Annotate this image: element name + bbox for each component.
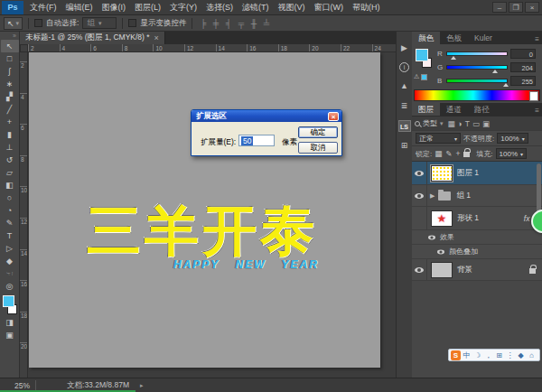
auto-select-dropdown[interactable]: 组 ▾ [82, 17, 117, 29]
tab-kuler[interactable]: Kuler [468, 32, 499, 44]
expand-amount-input[interactable]: 50 [238, 135, 275, 146]
screen-mode-icon[interactable]: ▣ [1, 329, 19, 341]
eyedropper-tool-icon[interactable]: ╱ [1, 103, 19, 116]
slider-value[interactable]: 0 [510, 49, 536, 59]
align-bottom-icon[interactable]: ╧ [261, 19, 271, 28]
opacity-dropdown[interactable]: 100% ▾ [497, 133, 528, 144]
path-selection-tool-icon[interactable]: ▷ [1, 242, 19, 255]
visibility-cell[interactable] [412, 259, 427, 280]
slider-thumb[interactable] [451, 56, 456, 60]
sogou-logo-icon[interactable]: S [451, 350, 461, 360]
layer-comps-panel-icon[interactable]: ≣ [398, 100, 411, 112]
align-middle-icon[interactable]: ╫ [248, 19, 258, 28]
fullwidth-mode-icon[interactable]: ☽ [472, 350, 482, 360]
auto-select-checkbox[interactable] [34, 19, 42, 27]
filter-adjustment-layers-icon[interactable]: ◑ [458, 119, 463, 128]
menu-item[interactable]: 文件(F) [25, 0, 61, 14]
eye-icon[interactable] [437, 249, 444, 254]
cancel-button[interactable]: 取消 [298, 142, 338, 154]
more-options-icon[interactable]: ⋮ [505, 350, 515, 360]
layer-row-shape1[interactable]: ★ 形状 1 fx ▴ [412, 207, 542, 230]
filter-shape-layers-icon[interactable]: ▭ [472, 119, 480, 128]
crop-tool-icon[interactable]: ▞ [1, 90, 19, 103]
quick-mask-icon[interactable]: ◨ [1, 316, 19, 329]
foreground-color-swatch[interactable] [3, 295, 14, 307]
panel-menu-icon[interactable]: ≡ [535, 107, 542, 116]
slider-track[interactable] [446, 51, 508, 56]
healing-brush-tool-icon[interactable]: + [1, 116, 19, 128]
visibility-cell[interactable] [412, 162, 427, 184]
align-center-icon[interactable]: ╪ [210, 19, 220, 28]
panel-menu-icon[interactable]: ≡ [535, 35, 542, 44]
close-button[interactable]: × [525, 2, 539, 13]
fill-dropdown[interactable]: 100% ▾ [496, 148, 527, 159]
current-tool-chip[interactable]: ↖ ▾ [4, 17, 23, 30]
layer-row-background[interactable]: 背景 [412, 259, 542, 281]
dialog-close-icon[interactable]: × [328, 112, 339, 121]
menu-item[interactable]: 编辑(E) [61, 0, 98, 14]
chinese-mode-icon[interactable]: 中 [462, 350, 472, 360]
toolbar-collapse-icon[interactable]: » [0, 32, 19, 40]
align-left-icon[interactable]: ╞ [198, 19, 208, 28]
skin-icon[interactable]: ◆ [516, 350, 526, 360]
status-options-icon[interactable]: ▸ [140, 382, 144, 389]
lock-position-icon[interactable]: + [455, 149, 460, 158]
lock-all-icon[interactable] [463, 152, 470, 157]
color-spectrum-ramp[interactable] [414, 89, 540, 101]
show-transform-checkbox[interactable] [128, 19, 136, 27]
histogram-panel-icon[interactable]: ▲ [398, 80, 411, 92]
menu-item[interactable]: 选择(S) [201, 0, 238, 14]
slider-thumb[interactable] [492, 70, 498, 73]
effects-row[interactable]: 效果 [412, 230, 542, 245]
zoom-tool-icon[interactable]: ◎ [1, 280, 19, 293]
layer-row-group1[interactable]: ▶ 组 1 [412, 185, 542, 207]
filter-pixel-layers-icon[interactable]: ▦ [448, 119, 455, 128]
dialog-title-bar[interactable]: 扩展选区 × [192, 110, 341, 122]
layer-row-layer1[interactable]: 图层 1 [412, 162, 542, 185]
align-top-icon[interactable]: ╤ [236, 19, 246, 28]
punctuation-mode-icon[interactable]: ， [483, 350, 493, 360]
character-panel-icon[interactable]: ⊞ [398, 140, 411, 152]
zoom-level-field[interactable]: 25% [13, 380, 36, 391]
actions-panel-icon[interactable]: ▶ [398, 42, 411, 54]
layer-thumbnail[interactable] [431, 262, 453, 278]
slider-value[interactable]: 255 [510, 76, 536, 86]
history-brush-tool-icon[interactable]: ↺ [1, 154, 19, 166]
menu-item[interactable]: 文字(Y) [165, 0, 201, 14]
layer-thumbnail[interactable]: ★ [431, 210, 453, 227]
pen-tool-icon[interactable]: ✎ [1, 217, 19, 229]
layer-styles-panel-icon[interactable]: LS [398, 120, 411, 132]
dodge-tool-icon[interactable]: ◔ [1, 204, 19, 217]
eraser-tool-icon[interactable]: ▱ [1, 166, 19, 179]
move-tool-icon[interactable]: ↖ [1, 40, 19, 52]
brush-tool-icon[interactable]: ▮ [1, 128, 19, 141]
visibility-cell[interactable] [412, 185, 427, 206]
document-canvas[interactable]: 三羊开泰 HAPPY NEW YEAR [29, 52, 380, 368]
align-right-icon[interactable]: ╡ [223, 19, 233, 28]
marquee-tool-icon[interactable]: □ [1, 52, 19, 65]
slider-track[interactable] [446, 79, 508, 83]
soft-keyboard-icon[interactable]: ⊞ [494, 350, 504, 360]
menu-item[interactable]: 滤镜(T) [238, 0, 274, 14]
layers-scrollbar[interactable] [537, 163, 541, 216]
menu-item[interactable]: 视图(V) [274, 0, 310, 14]
layer-effects-badge[interactable]: fx [524, 214, 530, 223]
menu-item[interactable]: 图层(L) [130, 0, 165, 14]
expand-group-icon[interactable]: ▶ [430, 192, 435, 200]
clone-stamp-tool-icon[interactable]: ⊥ [1, 141, 19, 154]
tab-close-icon[interactable]: × [154, 33, 159, 42]
tab-channels[interactable]: 通道 [440, 103, 468, 116]
slider-value[interactable]: 204 [510, 62, 536, 72]
blend-mode-dropdown[interactable]: 正常 ▾ [416, 133, 461, 144]
menu-item[interactable]: 窗口(W) [310, 0, 349, 14]
tab-layers[interactable]: 图层 [412, 103, 440, 116]
gradient-tool-icon[interactable]: ◧ [1, 179, 19, 191]
gamut-warning[interactable]: ⚠ [414, 73, 427, 80]
lasso-tool-icon[interactable]: ʃ [1, 65, 19, 78]
slider-track[interactable] [446, 65, 508, 70]
menu-item[interactable]: 帮助(H) [348, 0, 385, 14]
lock-transparency-icon[interactable]: ▦ [435, 149, 442, 158]
tab-swatches[interactable]: 色板 [440, 32, 468, 44]
filter-smart-objects-icon[interactable]: ▣ [482, 119, 490, 128]
type-tool-icon[interactable]: T [1, 229, 19, 242]
